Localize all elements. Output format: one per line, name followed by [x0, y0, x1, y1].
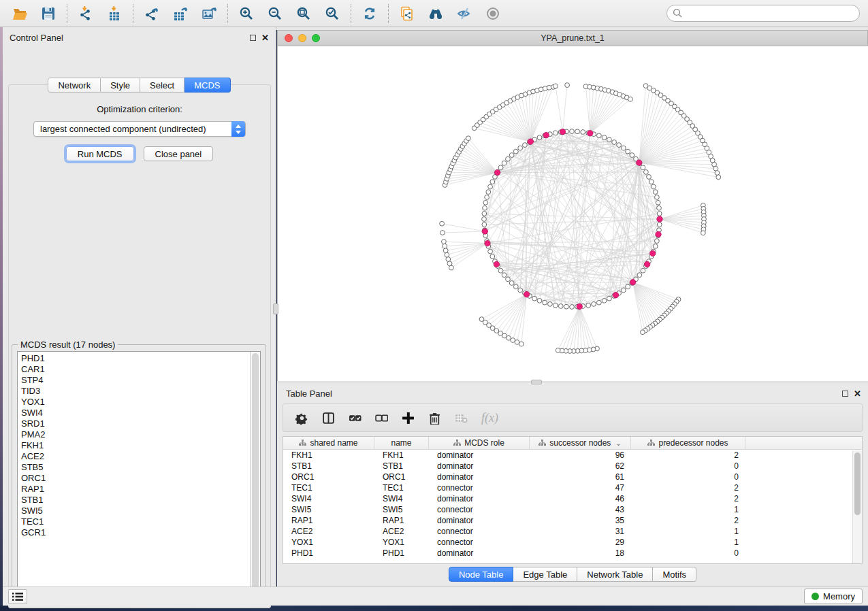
network-view-canvas[interactable] — [277, 46, 868, 381]
table-row[interactable]: FKH1FKH1dominator962 — [283, 450, 862, 461]
import-network-icon[interactable] — [71, 3, 100, 24]
column-header-name[interactable]: name — [374, 437, 429, 449]
close-icon[interactable]: ✕ — [261, 35, 269, 41]
table-row[interactable]: YOX1YOX1connector291 — [283, 537, 862, 548]
column-header-predecessor-nodes[interactable]: predecessor nodes — [631, 437, 745, 449]
tab-motifs[interactable]: Motifs — [653, 567, 696, 582]
result-node-item[interactable]: PHD1 — [21, 353, 250, 364]
criterion-dropdown[interactable]: largest connected component (undirected) — [33, 121, 246, 137]
cell-shared-name: STB1 — [283, 461, 374, 472]
result-node-item[interactable]: SRD1 — [21, 418, 250, 429]
delete-table-icon — [455, 412, 468, 425]
result-node-item[interactable]: TEC1 — [21, 516, 250, 527]
mcds-result-list[interactable]: PHD1CAR1STP4TID3YOX1SWI4SRD1PMA2FKH1ACE2… — [17, 351, 261, 591]
table-float-icon[interactable] — [842, 391, 848, 397]
result-node-item[interactable]: GCR1 — [21, 527, 250, 538]
column-header-successor-nodes[interactable]: successor nodes⌄ — [530, 437, 631, 449]
table-row[interactable]: PHD1PHD1dominator180 — [283, 548, 862, 559]
cell-successor-nodes: 96 — [530, 450, 631, 461]
cell-successor-nodes: 46 — [530, 493, 631, 504]
tab-network[interactable]: Network — [48, 78, 101, 93]
float-icon[interactable] — [250, 35, 256, 41]
cell-MCDS-role: dominator — [429, 515, 530, 526]
result-node-item[interactable]: CAR1 — [21, 364, 250, 375]
table-row[interactable]: SWI4SWI4dominator462 — [283, 493, 862, 504]
refresh-icon[interactable] — [355, 3, 384, 24]
columns-icon[interactable] — [322, 412, 335, 425]
table-row[interactable]: TEC1TEC1connector472 — [283, 482, 862, 493]
cell-successor-nodes: 18 — [530, 548, 631, 559]
result-node-item[interactable]: RAP1 — [21, 484, 250, 495]
cell-predecessor-nodes: 0 — [631, 548, 745, 559]
cell-successor-nodes: 29 — [530, 537, 631, 548]
tab-style[interactable]: Style — [101, 78, 140, 93]
clone-network-icon[interactable] — [393, 3, 421, 24]
result-node-item[interactable]: TID3 — [21, 386, 250, 397]
show-eye-icon — [479, 3, 507, 24]
result-node-item[interactable]: STB5 — [21, 462, 250, 473]
table-row[interactable]: SWI5SWI5connector431 — [283, 504, 862, 515]
gear-icon[interactable] — [295, 412, 308, 425]
run-mcds-button[interactable]: Run MCDS — [66, 146, 134, 161]
table-row[interactable]: ACE2ACE2connector311 — [283, 526, 862, 537]
horizontal-splitter-handle[interactable] — [531, 380, 542, 384]
add-icon[interactable] — [402, 412, 415, 425]
result-list-scrollbar[interactable] — [250, 352, 260, 591]
cell-predecessor-nodes: 1 — [631, 504, 745, 515]
zoom-fit-icon[interactable] — [289, 3, 318, 24]
export-table-icon[interactable] — [166, 3, 195, 24]
tab-edge-table[interactable]: Edge Table — [513, 567, 577, 582]
table-row[interactable]: STB1STB1dominator620 — [283, 461, 862, 472]
tab-node-table[interactable]: Node Table — [449, 567, 514, 582]
memory-status-icon — [811, 593, 819, 600]
binoculars-icon[interactable] — [421, 3, 450, 24]
result-node-item[interactable]: YOX1 — [21, 397, 250, 408]
table-row[interactable]: RAP1RAP1dominator352 — [283, 515, 862, 526]
hide-selected-icon[interactable] — [450, 3, 479, 24]
table-row[interactable]: ORC1ORC1dominator610 — [283, 472, 862, 482]
task-history-button[interactable] — [8, 589, 27, 604]
cell-predecessor-nodes: 1 — [631, 526, 745, 537]
cell-successor-nodes: 62 — [530, 461, 631, 472]
result-node-item[interactable]: PMA2 — [21, 429, 250, 440]
network-graph[interactable] — [278, 46, 868, 381]
cell-predecessor-nodes: 1 — [631, 537, 745, 548]
memory-button[interactable]: Memory — [804, 589, 863, 604]
toolbar-separator — [351, 4, 351, 23]
close-panel-button[interactable]: Close panel — [144, 146, 214, 161]
network-window-titlebar[interactable]: YPA_prune.txt_1 — [277, 30, 868, 46]
cell-shared-name: FKH1 — [283, 450, 374, 461]
cell-MCDS-role: dominator — [429, 461, 530, 472]
select-all-icon[interactable] — [349, 412, 361, 425]
open-folder-icon[interactable] — [5, 3, 34, 24]
cell-MCDS-role: connector — [429, 482, 530, 493]
export-network-icon[interactable] — [138, 3, 166, 24]
result-node-item[interactable]: ACE2 — [21, 451, 250, 462]
import-table-icon[interactable] — [100, 3, 129, 24]
zoom-out-icon[interactable] — [261, 3, 289, 24]
tab-network-table[interactable]: Network Table — [577, 567, 653, 582]
column-header-MCDS-role[interactable]: MCDS role — [429, 437, 530, 449]
save-icon[interactable] — [34, 3, 63, 24]
trash-icon[interactable] — [428, 412, 441, 425]
tab-select[interactable]: Select — [140, 78, 184, 93]
table-close-icon[interactable]: ✕ — [854, 391, 861, 397]
toolbar-separator — [67, 4, 67, 23]
result-node-item[interactable]: STB1 — [21, 495, 250, 506]
column-header-shared-name[interactable]: shared name — [283, 437, 374, 449]
result-node-item[interactable]: ORC1 — [21, 473, 250, 484]
result-node-item[interactable]: SWI5 — [21, 506, 250, 516]
result-node-item[interactable]: FKH1 — [21, 440, 250, 451]
tab-mcds[interactable]: MCDS — [184, 78, 230, 93]
control-panel-title: Control Panel — [10, 33, 63, 43]
zoom-in-icon[interactable] — [232, 3, 261, 24]
cell-MCDS-role: dominator — [429, 548, 530, 559]
search-input[interactable] — [666, 5, 860, 22]
zoom-selected-icon[interactable] — [318, 3, 347, 24]
table-scrollbar[interactable] — [852, 450, 862, 563]
deselect-all-icon[interactable] — [375, 412, 388, 425]
export-image-icon[interactable] — [195, 3, 223, 24]
result-node-item[interactable]: SWI4 — [21, 408, 250, 418]
result-node-item[interactable]: STP4 — [21, 375, 250, 386]
vertical-splitter-handle[interactable] — [273, 303, 278, 314]
